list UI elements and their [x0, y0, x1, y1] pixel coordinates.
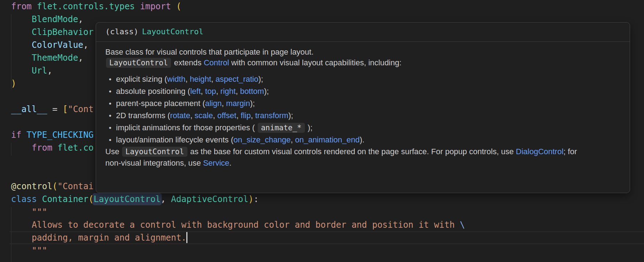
doc-bullet-item: •layout/animation lifecycle events (on_s…: [109, 134, 620, 146]
doc-text: with common visual layout capabilities, …: [229, 58, 402, 67]
code-line[interactable]: padding, margin and alignment.: [10, 231, 644, 244]
bullet-content: parent-space placement (align, margin);: [116, 97, 255, 110]
code-line[interactable]: """: [0, 244, 644, 257]
hovered-symbol: LayoutControl: [94, 194, 161, 204]
code-token: \: [460, 220, 465, 230]
code-token: ClipBehavior: [11, 27, 94, 37]
code-line[interactable]: Allows to decorate a control with backgr…: [0, 218, 644, 231]
code-token: @control: [11, 181, 52, 191]
doc-text: ,: [251, 111, 255, 120]
doc-text: );: [258, 75, 263, 84]
bullet-icon: •: [109, 85, 111, 97]
doc-extends-line: LayoutControl extends Control with commo…: [105, 57, 620, 69]
doc-text: ,: [211, 75, 216, 84]
code-token: """: [11, 246, 47, 256]
doc-link-on_size_change[interactable]: on_size_change: [233, 135, 291, 144]
code-token: ,: [78, 14, 83, 24]
doc-footer: Use LayoutControl as the base for custom…: [105, 146, 585, 169]
code-token: flet.controls.types: [37, 1, 135, 11]
code-line[interactable]: class Container(LayoutControl, AdaptiveC…: [0, 193, 644, 206]
doc-bullet-item: •2D transforms (rotate, scale, offset, f…: [109, 110, 620, 122]
code-token: Container: [42, 194, 89, 204]
code-token: ,: [83, 40, 88, 50]
doc-link-transform[interactable]: transform: [255, 111, 288, 120]
doc-link-aspect_ratio[interactable]: aspect_ratio: [216, 75, 258, 84]
doc-text: .: [229, 158, 231, 167]
doc-text: as the base for custom visual controls r…: [188, 147, 516, 156]
bullet-icon: •: [109, 73, 111, 85]
code-token: AdaptiveControl: [171, 194, 248, 204]
code-token: if: [11, 130, 21, 140]
code-token: flet.co: [57, 143, 94, 153]
bullet-content: implicit animations for those properties…: [116, 122, 312, 134]
doc-link-on_animation_end[interactable]: on_animation_end: [295, 135, 359, 144]
doc-text: ,: [236, 87, 240, 96]
code-token: (: [52, 181, 57, 191]
doc-bullet-item: •absolute positioning (left, top, right,…: [109, 85, 620, 97]
doc-text: parent-space placement (: [116, 99, 205, 108]
doc-text: ,: [291, 135, 295, 144]
code-token: [52, 143, 57, 153]
code-token: ,: [78, 53, 83, 63]
code-token: __all__: [11, 104, 47, 114]
symbol-kind-label: (class): [105, 27, 139, 36]
code-token: :: [253, 194, 258, 204]
code-token: ThemeMode: [11, 53, 78, 63]
code-token: ): [11, 79, 16, 89]
doc-text: );: [250, 99, 255, 108]
doc-text: extends: [172, 58, 203, 67]
doc-text: explicit sizing (: [116, 75, 167, 84]
doc-text: );: [306, 123, 313, 132]
bullet-icon: •: [109, 134, 111, 146]
hover-header: (class)LayoutControl: [96, 22, 630, 42]
doc-text: ,: [222, 99, 226, 108]
doc-link-scale[interactable]: scale: [195, 111, 213, 120]
doc-intro: Base class for visual controls that part…: [105, 47, 620, 57]
inline-code: LayoutControl: [122, 147, 187, 157]
bullet-content: absolute positioning (left, top, right, …: [116, 85, 269, 97]
doc-text: ,: [201, 87, 205, 96]
doc-text: ,: [185, 75, 190, 84]
doc-text: implicit animations for those properties…: [116, 123, 257, 132]
code-token: BlendMode: [11, 14, 78, 24]
doc-link-DialogControl[interactable]: DialogControl: [516, 147, 563, 156]
doc-link-margin[interactable]: margin: [226, 99, 250, 108]
doc-text: ,: [236, 111, 241, 120]
bullet-content: 2D transforms (rotate, scale, offset, fl…: [116, 110, 293, 122]
code-token: from: [32, 143, 52, 153]
doc-text: layout/animation lifecycle events (: [116, 135, 233, 144]
doc-link-align[interactable]: align: [205, 99, 221, 108]
doc-link-height[interactable]: height: [190, 75, 211, 84]
code-line[interactable]: [0, 257, 644, 262]
doc-link-Service[interactable]: Service: [203, 158, 229, 167]
code-token: [11, 143, 32, 153]
bullet-content: layout/animation lifecycle events (on_si…: [116, 134, 364, 146]
text-cursor: [186, 232, 187, 243]
doc-link-flip[interactable]: flip: [241, 111, 251, 120]
code-token: =: [47, 104, 62, 114]
doc-link-left[interactable]: left: [190, 87, 201, 96]
doc-text: absolute positioning (: [116, 87, 190, 96]
doc-link-width[interactable]: width: [167, 75, 185, 84]
code-token: from: [11, 1, 32, 11]
code-token: ,: [161, 194, 171, 204]
code-token: import: [140, 1, 171, 11]
doc-link-rotate[interactable]: rotate: [170, 111, 190, 120]
doc-text: ,: [213, 111, 217, 120]
doc-link-top[interactable]: top: [205, 87, 216, 96]
code-token: TYPE_CHECKING: [26, 130, 94, 140]
code-line[interactable]: from flet.controls.types import (: [0, 0, 644, 13]
code-token: [21, 130, 26, 140]
doc-bullet-list: •explicit sizing (width, height, aspect_…: [105, 73, 620, 146]
doc-link-right[interactable]: right: [220, 87, 236, 96]
bullet-icon: •: [109, 97, 111, 110]
symbol-name: LayoutControl: [142, 27, 203, 36]
hover-doc-body: Base class for visual controls that part…: [96, 42, 630, 169]
bullet-icon: •: [109, 110, 111, 122]
code-line[interactable]: """: [0, 206, 644, 218]
doc-link-bottom[interactable]: bottom: [240, 87, 264, 96]
doc-link-Control[interactable]: Control: [204, 58, 229, 67]
code-token: [171, 1, 176, 11]
doc-link-offset[interactable]: offset: [217, 111, 236, 120]
inline-code: LayoutControl: [106, 58, 171, 68]
